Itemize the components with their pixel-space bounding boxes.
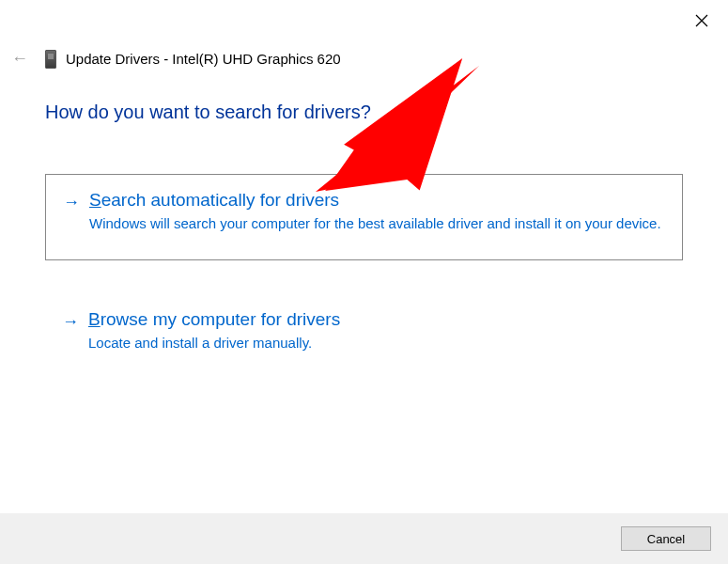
option-search-automatically[interactable]: → Search automatically for drivers Windo… [45, 174, 683, 260]
cancel-button[interactable]: Cancel [621, 526, 711, 551]
question-heading: How do you want to search for drivers? [45, 102, 683, 123]
content-area: How do you want to search for drivers? →… [0, 69, 728, 363]
option-description: Locate and install a driver manually. [88, 334, 666, 352]
option-title: Search automatically for drivers [89, 190, 665, 211]
header: ← Update Drivers - Intel(R) UHD Graphics… [0, 0, 728, 69]
arrow-right-icon: → [63, 193, 80, 212]
footer: Cancel [0, 513, 728, 564]
option-browse-computer[interactable]: → Browse my computer for drivers Locate … [45, 294, 683, 362]
close-icon [695, 14, 708, 27]
close-button[interactable] [692, 11, 711, 30]
back-arrow-icon: ← [11, 49, 28, 69]
arrow-right-icon: → [62, 312, 79, 332]
window-title: Update Drivers - Intel(R) UHD Graphics 6… [66, 51, 341, 67]
option-description: Windows will search your computer for th… [89, 214, 665, 233]
option-title: Browse my computer for drivers [88, 309, 666, 330]
device-icon [45, 50, 56, 69]
